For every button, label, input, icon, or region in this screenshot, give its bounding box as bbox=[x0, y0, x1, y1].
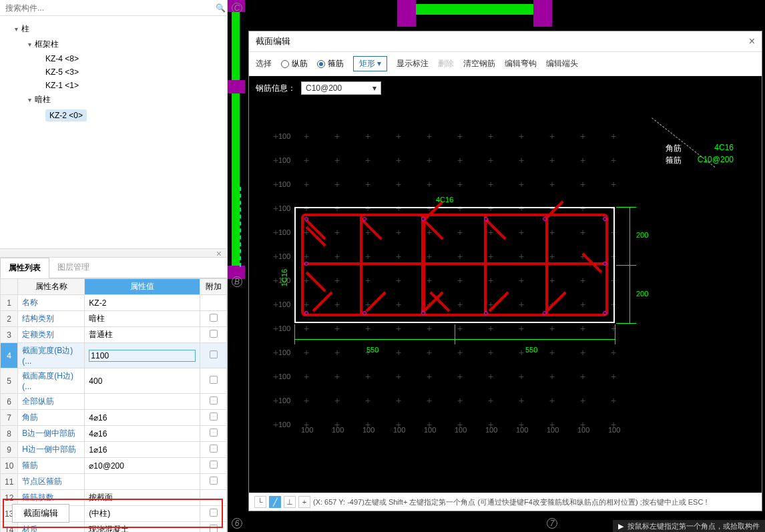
stirrup-tie bbox=[301, 262, 608, 265]
radio-stirrup[interactable]: 箍筋 bbox=[317, 58, 344, 69]
tree-node-column[interactable]: ▾柱 bbox=[5, 21, 227, 37]
property-value[interactable]: ⌀10@200 bbox=[85, 458, 200, 474]
property-extra bbox=[200, 311, 227, 327]
property-row[interactable]: 1 名称 KZ-2 bbox=[1, 295, 227, 311]
checkbox[interactable] bbox=[210, 461, 218, 469]
legend-stirrup-label: 箍筋 bbox=[666, 155, 682, 166]
tab-properties[interactable]: 属性列表 bbox=[0, 258, 49, 278]
property-value[interactable]: 暗柱 bbox=[85, 311, 200, 327]
grid-cross: + bbox=[549, 323, 555, 334]
property-value[interactable]: 400 bbox=[85, 368, 200, 394]
rebar-info-combo[interactable]: C10@200▾ bbox=[301, 81, 381, 95]
clear-rebar-button[interactable]: 清空钢筋 bbox=[463, 58, 495, 69]
property-value[interactable] bbox=[85, 394, 200, 410]
grid-cross: + bbox=[334, 131, 340, 142]
property-row[interactable]: 6 全部纵筋 bbox=[1, 394, 227, 410]
dim-line bbox=[294, 339, 615, 340]
property-row[interactable]: 11 节点区箍筋 bbox=[1, 474, 227, 490]
property-row[interactable]: 9 H边一侧中部筋 1⌀16 bbox=[1, 442, 227, 458]
grid-number: 100 bbox=[278, 396, 290, 405]
row-number: 11 bbox=[1, 474, 18, 490]
property-row[interactable]: 5 截面高度(H边)(... 400 bbox=[1, 368, 227, 394]
select-tool[interactable]: 选择 bbox=[256, 58, 272, 69]
property-row[interactable]: 7 角筋 4⌀16 bbox=[1, 410, 227, 426]
radio-longitudinal[interactable]: 纵筋 bbox=[281, 58, 308, 69]
checkbox[interactable] bbox=[210, 429, 218, 437]
section-edit-button[interactable]: 截面编辑 bbox=[12, 504, 69, 523]
property-value-input[interactable] bbox=[89, 350, 196, 362]
property-row[interactable]: 2 结构类别 暗柱 bbox=[1, 311, 227, 327]
property-row[interactable]: 3 定额类别 普通柱 bbox=[1, 327, 227, 343]
snap-icon-2[interactable]: ╱ bbox=[269, 496, 281, 508]
grid-cross: + bbox=[334, 155, 340, 166]
property-value[interactable]: KZ-2 bbox=[85, 295, 200, 311]
status-text: (X: 657 Y: -497)左键或 Shift+ 左键指定第一个角点 (可通… bbox=[313, 497, 708, 507]
grid-cross: + bbox=[334, 323, 340, 334]
edit-hook-button[interactable]: 编辑弯钩 bbox=[505, 58, 537, 69]
property-row[interactable]: 4 截面宽度(B边)(... bbox=[1, 343, 227, 368]
search-input[interactable] bbox=[0, 1, 214, 15]
grid-cross: + bbox=[427, 323, 432, 334]
property-extra bbox=[200, 368, 227, 394]
checkbox[interactable] bbox=[210, 396, 218, 405]
property-value[interactable]: 1⌀16 bbox=[85, 442, 200, 458]
tree-node-hidden-column[interactable]: ▾暗柱 bbox=[5, 92, 227, 107]
tab-layers[interactable]: 图层管理 bbox=[49, 258, 97, 278]
axis-label-7: 7 bbox=[547, 518, 557, 529]
checkbox[interactable] bbox=[210, 314, 218, 322]
tree-item-kz4[interactable]: KZ-4 <8> bbox=[5, 52, 227, 65]
radio-label: 纵筋 bbox=[292, 58, 308, 69]
grid-cross: + bbox=[457, 155, 463, 166]
search-icon[interactable]: 🔍 bbox=[214, 1, 227, 15]
property-row[interactable]: 10 箍筋 ⌀10@200 bbox=[1, 458, 227, 474]
tree-label: 柱 bbox=[21, 24, 29, 33]
tree-item-kz5[interactable]: KZ-5 <3> bbox=[5, 65, 227, 79]
show-annotation-button[interactable]: 显示标注 bbox=[397, 58, 429, 69]
section-canvas[interactable]: ++++++++++++++++++++++++++++++++++++++++… bbox=[249, 100, 762, 493]
close-icon[interactable]: × bbox=[216, 248, 222, 259]
grid-cross: + bbox=[457, 347, 463, 358]
grid-cross: + bbox=[273, 131, 278, 142]
checkbox[interactable] bbox=[210, 376, 218, 384]
grid-cross: + bbox=[519, 131, 524, 142]
close-icon[interactable]: × bbox=[749, 35, 755, 47]
callout-line bbox=[652, 117, 715, 168]
rebar-info-row: 钢筋信息： C10@200▾ bbox=[249, 76, 762, 100]
checkbox[interactable] bbox=[210, 477, 218, 485]
grid-cross: + bbox=[273, 179, 278, 190]
tree-node-frame-column[interactable]: ▾框架柱 bbox=[5, 37, 227, 52]
dialog-toolbar: 选择 纵筋 箍筋 矩形 ▾ 显示标注 删除 清空钢筋 编辑弯钩 编辑端头 bbox=[249, 52, 762, 76]
grid-cross: + bbox=[396, 323, 401, 334]
grid-cross: + bbox=[488, 395, 493, 406]
grid-cross: + bbox=[396, 371, 401, 382]
dialog-title-bar[interactable]: 截面编辑 × bbox=[249, 31, 762, 52]
dim-left-label: 1C16 bbox=[280, 269, 288, 286]
tree-item-kz1[interactable]: KZ-1 <1> bbox=[5, 79, 227, 92]
checkbox[interactable] bbox=[210, 350, 218, 358]
arrow-icon: ▶ bbox=[618, 522, 623, 531]
grid-cross: + bbox=[273, 395, 278, 406]
tree-item-kz2[interactable]: KZ-2 <0> bbox=[5, 107, 227, 123]
property-value[interactable]: 4⌀16 bbox=[85, 410, 200, 426]
property-value[interactable]: 4⌀16 bbox=[85, 426, 200, 442]
edit-end-button[interactable]: 编辑端头 bbox=[546, 58, 578, 69]
property-value[interactable] bbox=[85, 474, 200, 490]
shape-rectangle-button[interactable]: 矩形 ▾ bbox=[353, 56, 387, 71]
delete-button[interactable]: 删除 bbox=[438, 58, 454, 69]
grid-cross: + bbox=[273, 251, 278, 262]
snap-icon-4[interactable]: + bbox=[298, 496, 310, 508]
property-value[interactable]: 普通柱 bbox=[85, 327, 200, 343]
rebar-dot bbox=[362, 311, 366, 315]
property-value[interactable] bbox=[85, 343, 200, 368]
property-row[interactable]: 8 B边一侧中部筋 4⌀16 bbox=[1, 426, 227, 442]
tree-label: 暗柱 bbox=[35, 95, 51, 104]
checkbox[interactable] bbox=[210, 445, 218, 453]
snap-icon-3[interactable]: ⊥ bbox=[284, 496, 296, 508]
grid-number: 100 bbox=[485, 426, 497, 434]
snap-icon-1[interactable]: └ bbox=[254, 496, 266, 508]
checkbox[interactable] bbox=[210, 413, 218, 421]
panel-divider[interactable]: × bbox=[0, 248, 227, 258]
grid-cross: + bbox=[488, 155, 493, 166]
checkbox[interactable] bbox=[210, 330, 218, 338]
property-extra bbox=[200, 410, 227, 426]
